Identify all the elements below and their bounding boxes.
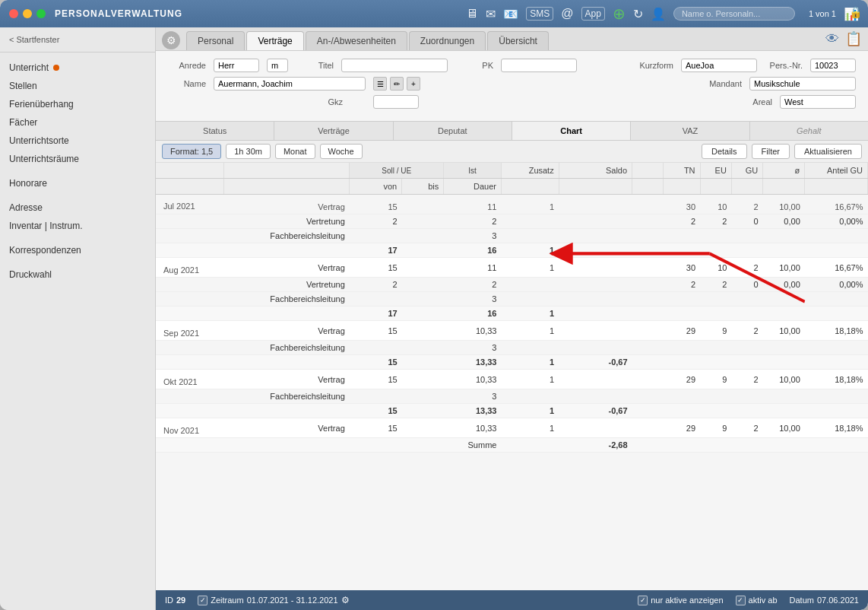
at-icon[interactable]: @ [561, 7, 573, 21]
cell-avg: 10,00 [763, 321, 805, 341]
cell-month: Aug 2021 [156, 258, 224, 278]
cell-type: Fachbereichsleitung [224, 229, 350, 243]
cell-bis [402, 404, 444, 418]
nur-aktive-checkbox[interactable]: ✓ [638, 596, 648, 605]
cell-eu: 9 [700, 370, 731, 389]
table-wrapper: Soll / UE Ist Zusatz Saldo TN EU GU ø An… [156, 163, 868, 590]
sidebar-item-korrespondenzen[interactable]: Korrespondenzen [0, 241, 155, 259]
tab-vertraege[interactable]: Verträge [246, 31, 303, 50]
unterrichtsraeume-label: Unterrichtsräume [9, 154, 79, 164]
anrede-input[interactable] [214, 59, 259, 72]
gkz-input[interactable] [373, 95, 419, 109]
sidebar-item-druckwahl[interactable]: Druckwahl [0, 265, 155, 284]
add-icon[interactable]: ⊕ [613, 5, 626, 23]
m-input[interactable] [267, 59, 288, 72]
minimize-button[interactable] [23, 9, 32, 18]
lock-icon[interactable]: 🔒 [849, 6, 862, 18]
edit-icon[interactable]: ✏ [390, 77, 404, 91]
zeitraum-gear-icon[interactable]: ⚙ [341, 595, 350, 605]
tab-abwesenheiten[interactable]: An-/Abwesenheiten [306, 31, 407, 50]
zeitraum-checkbox[interactable]: ✓ [198, 596, 207, 605]
cell-empty [632, 214, 664, 229]
cell-type: Vertrag [224, 418, 350, 438]
areal-input[interactable] [780, 95, 856, 109]
korrespondenzen-label: Korrespondenzen [9, 245, 81, 256]
sidebar-item-stellen[interactable]: Stellen [0, 77, 155, 95]
user-icon[interactable]: 👤 [651, 7, 666, 21]
cell-von [350, 229, 402, 243]
tab-personal[interactable]: Personal [186, 31, 245, 50]
sidebar-item-unterrichtsorte[interactable]: Unterrichtsorte [0, 132, 155, 150]
form-row-2: Name ☰ ✏ + Mandant [168, 77, 856, 91]
titel-input[interactable] [341, 59, 448, 72]
time-button[interactable]: 1h 30m [226, 144, 271, 159]
cell-month: Okt 2021 [156, 370, 224, 389]
woche-button[interactable]: Woche [320, 144, 363, 159]
cell-dauer: 11 [444, 195, 502, 214]
mail-icon[interactable]: ✉ [486, 7, 496, 21]
section-tab-gehalt[interactable]: Gehalt [750, 122, 868, 140]
details-button[interactable]: Details [702, 144, 747, 159]
sidebar-item-honorare[interactable]: Honorare [0, 174, 155, 192]
tab-uebersicht[interactable]: Übersicht [487, 31, 549, 50]
eye-icon[interactable]: 👁 [824, 30, 841, 47]
cell-tn: 29 [664, 370, 700, 389]
kurzform-input[interactable] [681, 59, 757, 72]
aktualisieren-button[interactable]: Aktualisieren [794, 144, 862, 159]
table-icon[interactable]: ☰ [373, 77, 387, 91]
cell-type [224, 307, 350, 321]
cell-anteil: 18,18% [805, 321, 868, 341]
fullscreen-button[interactable] [36, 9, 46, 18]
section-tab-vaz[interactable]: VAZ [631, 122, 749, 140]
close-button[interactable] [9, 9, 18, 18]
monitor-icon[interactable]: 🖥 [466, 7, 478, 21]
cell-zusatz: 1 [501, 307, 559, 321]
cell-empty [632, 278, 664, 292]
cell-saldo: -0,67 [559, 404, 632, 418]
th-bis: bis [402, 179, 444, 195]
back-button[interactable]: < Startfenster [0, 27, 155, 52]
refresh-icon[interactable]: ↻ [633, 7, 643, 21]
pers-nr-input[interactable] [810, 59, 856, 72]
table-row-summe: Summe -2,68 [156, 438, 868, 453]
sidebar-item-unterrichtsraeume[interactable]: Unterrichtsräume [0, 150, 155, 168]
app-icon[interactable]: App [581, 7, 605, 21]
section-tab-vertraege[interactable]: Verträge [274, 122, 393, 140]
cell-dauer: 3 [444, 341, 502, 355]
cell-zusatz: 1 [501, 404, 559, 418]
section-tab-status[interactable]: Status [156, 122, 274, 140]
th-avg2 [763, 179, 805, 195]
name-input[interactable] [214, 77, 366, 91]
cell-avg: 0,00 [763, 214, 805, 229]
tab-zuordnungen[interactable]: Zuordnungen [409, 31, 486, 50]
inbox-icon[interactable]: 📧 [503, 7, 518, 21]
section-tab-deputat[interactable]: Deputat [394, 122, 512, 140]
settings-button[interactable]: ⚙ [162, 31, 180, 49]
format-button[interactable]: Format: 1,5 [162, 144, 221, 159]
sidebar-item-inventar[interactable]: Inventar | Instrum. [0, 217, 155, 235]
aktiv-ab-checkbox[interactable]: ✓ [736, 596, 746, 605]
sidebar-item-ferienueberhang[interactable]: Ferienüberhang [0, 95, 155, 113]
plus-small-icon[interactable]: + [407, 77, 420, 91]
cell-tn: 2 [664, 214, 700, 229]
table-icons: ☰ ✏ + [373, 77, 420, 91]
section-tab-chart[interactable]: Chart [512, 122, 631, 140]
zeitraum-label: Zeitraum [211, 596, 243, 605]
mandant-input[interactable] [749, 77, 856, 91]
search-input[interactable] [673, 7, 795, 21]
cell-dauer: 16 [444, 243, 502, 258]
cell-type: Vertrag [224, 195, 350, 214]
cell-saldo [559, 370, 632, 389]
cell-bis [402, 341, 444, 355]
cell-bis [402, 307, 444, 321]
pk-input[interactable] [501, 59, 577, 72]
filter-button[interactable]: Filter [752, 144, 790, 159]
sms-icon[interactable]: SMS [526, 7, 553, 21]
sidebar-item-faecher[interactable]: Fächer [0, 113, 155, 132]
data-table: Soll / UE Ist Zusatz Saldo TN EU GU ø An… [156, 163, 868, 453]
sidebar-item-adresse[interactable]: Adresse [0, 199, 155, 217]
monat-button[interactable]: Monat [275, 144, 315, 159]
note-icon[interactable]: 📋 [845, 30, 862, 47]
sidebar-item-unterricht[interactable]: Unterricht [0, 59, 155, 77]
th-dauer: Dauer [444, 179, 502, 195]
